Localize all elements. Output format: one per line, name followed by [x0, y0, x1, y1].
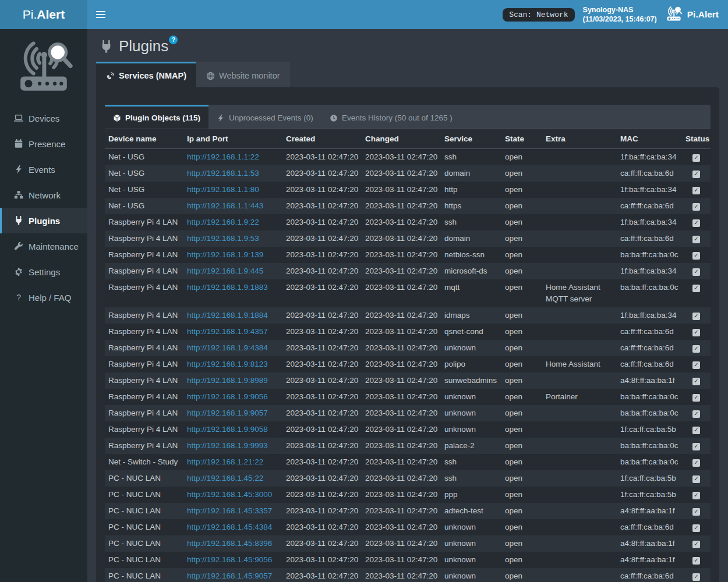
changed-cell: 2023-03-11 02:47:20 — [362, 198, 441, 214]
status-checkbox[interactable] — [692, 236, 700, 243]
created-cell: 2023-03-11 02:47:20 — [282, 214, 362, 230]
ip-port-link[interactable]: http://192.168.1.9:4384 — [187, 343, 268, 352]
ip-port-link[interactable]: http://192.168.1.1:443 — [187, 201, 263, 210]
column-header-device-name[interactable]: Device name — [105, 129, 183, 149]
status-checkbox[interactable] — [692, 285, 700, 292]
status-checkbox[interactable] — [692, 524, 700, 532]
status-checkbox[interactable] — [692, 508, 700, 516]
status-checkbox[interactable] — [692, 410, 700, 418]
status-checkbox[interactable] — [692, 492, 700, 499]
table-row: PC - NUC LANhttp://192.168.1.45:43842023… — [105, 519, 711, 535]
sidebar-item-help-faq[interactable]: ?Help / FAQ — [0, 285, 87, 310]
status-checkbox[interactable] — [692, 154, 700, 162]
ip-port-link[interactable]: http://192.168.1.9:22 — [187, 218, 259, 226]
created-cell: 2023-03-11 02:47:20 — [282, 470, 362, 487]
status-checkbox[interactable] — [692, 219, 700, 227]
sidebar-item-events[interactable]: Events — [0, 157, 87, 182]
status-checkbox[interactable] — [692, 361, 700, 369]
sidebar-item-devices[interactable]: Devices — [0, 105, 87, 131]
ip-port-link[interactable]: http://192.168.1.9:4357 — [187, 327, 268, 336]
status-checkbox[interactable] — [692, 541, 700, 548]
changed-cell: 2023-03-11 02:47:20 — [362, 535, 441, 552]
ip-port-link[interactable]: http://192.168.1.9:53 — [187, 234, 259, 243]
ip-port-link[interactable]: http://192.168.1.9:8989 — [187, 376, 268, 385]
ip-port-link[interactable]: http://192.168.1.45:22 — [187, 474, 263, 482]
dish-icon — [106, 72, 115, 80]
ip-port-link[interactable]: http://192.168.1.9:8123 — [187, 360, 268, 368]
service-cell: ssh — [441, 149, 501, 166]
changed-cell: 2023-03-11 02:47:20 — [362, 214, 441, 230]
status-checkbox[interactable] — [692, 313, 700, 320]
sidebar-toggle-button[interactable] — [87, 0, 114, 29]
sidebar-item-network[interactable]: Network — [0, 182, 87, 208]
help-badge[interactable]: ? — [169, 36, 178, 44]
status-checkbox[interactable] — [692, 557, 700, 565]
ip-port-cell: http://192.168.1.9:8989 — [183, 372, 282, 389]
mac-cell: ca:ff:ff:ca:ba:6d — [617, 519, 682, 535]
device-name-cell: Net - USG — [105, 165, 183, 182]
changed-cell: 2023-03-11 02:47:20 — [362, 307, 441, 324]
ip-port-link[interactable]: http://192.168.1.9:9056 — [187, 392, 268, 401]
ip-port-link[interactable]: http://192.168.1.45:9057 — [187, 572, 272, 580]
status-checkbox[interactable] — [692, 443, 700, 450]
ip-port-link[interactable]: http://192.168.1.45:9056 — [187, 555, 272, 564]
sidebar-item-plugins[interactable]: Plugins — [0, 208, 87, 233]
status-checkbox[interactable] — [692, 459, 700, 467]
status-checkbox[interactable] — [692, 427, 700, 434]
ip-port-link[interactable]: http://192.168.1.9:9058 — [187, 425, 268, 434]
ip-port-link[interactable]: http://192.168.1.1:53 — [187, 169, 259, 178]
status-checkbox[interactable] — [692, 345, 700, 353]
ip-port-cell: http://192.168.1.9:9993 — [183, 438, 282, 454]
sidebar-item-maintenance[interactable]: Maintenance — [0, 233, 87, 259]
column-header-created[interactable]: Created — [282, 129, 362, 149]
ip-port-link[interactable]: http://192.168.1.9:139 — [187, 250, 263, 259]
device-name-cell: Raspberry Pi 4 LAN — [105, 405, 183, 421]
status-checkbox[interactable] — [692, 252, 700, 260]
ip-port-link[interactable]: http://192.168.1.1:22 — [187, 152, 259, 161]
ip-port-link[interactable]: http://192.168.1.1:80 — [187, 185, 259, 194]
ip-port-link[interactable]: http://192.168.1.45:8396 — [187, 539, 272, 548]
ip-port-link[interactable]: http://192.168.1.9:9057 — [187, 409, 268, 417]
status-checkbox[interactable] — [692, 268, 700, 276]
column-header-changed[interactable]: Changed — [362, 129, 441, 149]
app-logo[interactable]: Pi.Alert — [0, 0, 87, 29]
column-header-extra[interactable]: Extra — [542, 129, 617, 149]
column-header-mac[interactable]: MAC — [617, 129, 682, 149]
column-header-state[interactable]: State — [501, 129, 542, 149]
status-checkbox[interactable] — [692, 475, 700, 483]
extra-cell — [542, 214, 617, 230]
status-checkbox[interactable] — [692, 394, 700, 402]
status-checkbox[interactable] — [692, 187, 700, 194]
status-checkbox[interactable] — [692, 329, 700, 336]
ip-port-link[interactable]: http://192.168.1.9:1884 — [187, 311, 268, 320]
tab-label: Events History (50 out of 1265 ) — [342, 113, 453, 122]
tab-services-nmap[interactable]: Services (NMAP) — [96, 62, 196, 87]
tab-unprocessed-events-0[interactable]: Unprocessed Events (0) — [208, 105, 321, 129]
ip-port-link[interactable]: http://192.168.1.21:22 — [187, 457, 263, 466]
status-checkbox[interactable] — [692, 378, 700, 385]
ip-port-link[interactable]: http://192.168.1.9:445 — [187, 267, 263, 275]
extra-cell — [542, 263, 617, 279]
tab-label: Services (NMAP) — [119, 71, 186, 80]
created-cell: 2023-03-11 02:47:20 — [282, 487, 362, 503]
ip-port-cell: http://192.168.1.45:8396 — [183, 535, 282, 552]
status-checkbox[interactable] — [692, 573, 700, 581]
state-cell: open — [501, 405, 542, 421]
changed-cell: 2023-03-11 02:47:20 — [362, 552, 441, 568]
status-checkbox[interactable] — [692, 203, 700, 211]
column-header-service[interactable]: Service — [441, 129, 501, 149]
ip-port-link[interactable]: http://192.168.1.9:9993 — [187, 441, 268, 450]
tab-events-history-50-out-of-1265[interactable]: Events History (50 out of 1265 ) — [321, 105, 461, 129]
ip-port-link[interactable]: http://192.168.1.45:4384 — [187, 523, 272, 531]
sidebar-item-settings[interactable]: Settings — [0, 259, 87, 285]
ip-port-link[interactable]: http://192.168.1.45:3357 — [187, 506, 272, 515]
state-cell: open — [501, 421, 542, 438]
tab-plugin-objects-115[interactable]: Plugin Objects (115) — [105, 105, 208, 129]
sidebar-item-presence[interactable]: Presence — [0, 131, 87, 157]
column-header-status[interactable]: Status — [682, 129, 711, 149]
ip-port-link[interactable]: http://192.168.1.45:3000 — [187, 490, 272, 499]
status-checkbox[interactable] — [692, 171, 700, 178]
tab-website-monitor[interactable]: Website monitor — [196, 62, 290, 87]
column-header-ip-and-port[interactable]: Ip and Port — [183, 129, 282, 149]
ip-port-link[interactable]: http://192.168.1.9:1883 — [187, 283, 268, 292]
